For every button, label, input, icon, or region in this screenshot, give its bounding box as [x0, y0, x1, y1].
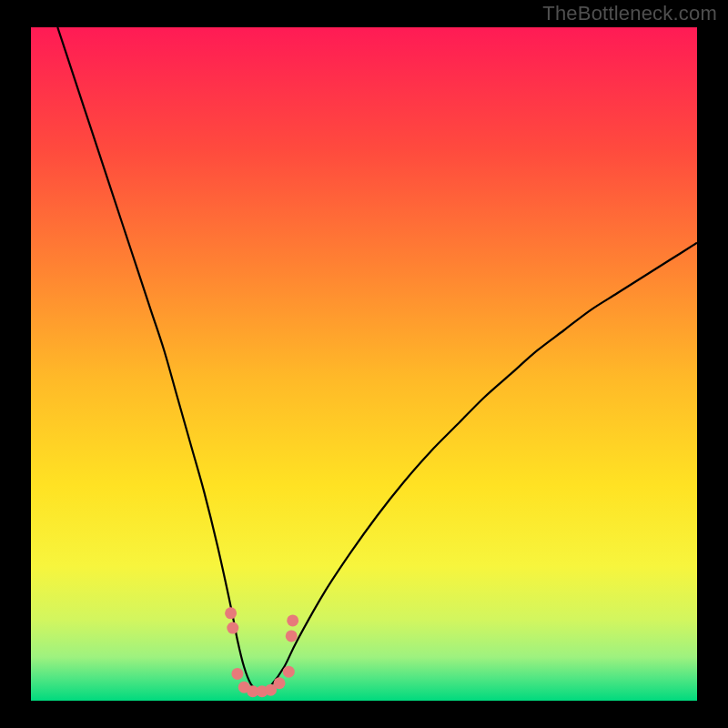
- curve-marker: [283, 666, 295, 678]
- curve-marker: [274, 677, 286, 689]
- curve-marker: [227, 622, 238, 634]
- curve-marker: [286, 630, 298, 642]
- plot-background: [31, 27, 697, 701]
- bottleneck-chart: [0, 0, 728, 728]
- curve-marker: [231, 668, 243, 680]
- curve-marker: [225, 607, 237, 619]
- chart-frame: TheBottleneck.com: [0, 0, 728, 728]
- curve-marker: [287, 614, 298, 626]
- watermark-text: TheBottleneck.com: [542, 2, 717, 25]
